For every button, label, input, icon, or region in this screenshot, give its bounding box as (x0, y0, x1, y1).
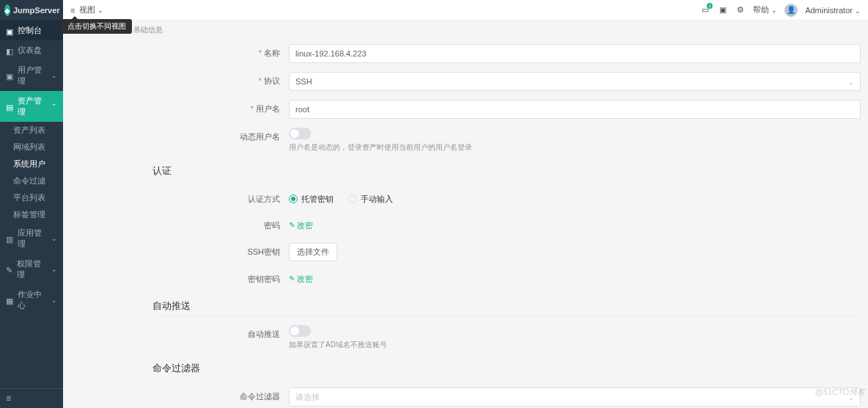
logo-icon: ◆ (4, 4, 10, 16)
nav-perm-management[interactable]: ✎ 权限管理 ⌄ (0, 254, 63, 285)
nav-console-header: ▣ 控制台 (0, 21, 63, 40)
nav-sub-domain-list[interactable]: 网域列表 (0, 139, 63, 156)
ssh-key-label: SSH密钥 (247, 247, 280, 256)
radio-dot-icon (348, 194, 357, 203)
view-tooltip: 点击切换不同视图 (62, 19, 132, 34)
assets-icon: ▤ (6, 103, 13, 110)
nav-sub-platform-list[interactable]: 平台列表 (0, 189, 63, 206)
radio-label: 手动输入 (361, 194, 393, 205)
notif-badge: 1 (707, 3, 713, 9)
nav-app-management[interactable]: ▥ 应用管理 ⌄ (0, 223, 63, 254)
nav-asset-management[interactable]: ▤ 资产管理 ⌃ (0, 91, 63, 122)
auth-method-label: 认证方式 (248, 194, 280, 203)
logo: ◆ JumpServer (0, 0, 63, 21)
radio-label: 托管密钥 (301, 194, 334, 205)
auto-push-help: 如果设置了AD域名不推送账号 (289, 340, 861, 350)
chevron-down-icon: ⌄ (51, 72, 57, 79)
password-label: 密码 (264, 221, 280, 230)
name-label: 名称 (264, 48, 280, 57)
chevron-up-icon: ⌃ (51, 103, 57, 110)
radio-dot-icon (289, 194, 298, 203)
nav-item-label: 权限管理 (17, 258, 47, 280)
key-password-update-link[interactable]: ✎ 改密 (289, 270, 313, 288)
username-label: 用户名 (256, 104, 280, 113)
section-basic-info: 基础信息 (63, 21, 868, 38)
nav-item-label: 应用管理 (18, 227, 47, 249)
section-filter: 命令过滤器 (152, 354, 861, 379)
nav-dashboard[interactable]: ◧ 仪表盘 (0, 40, 63, 60)
user-menu[interactable]: Administrator ⌄ (805, 6, 861, 15)
chevron-down-icon: ⌄ (51, 235, 57, 242)
nav-user-management[interactable]: ▣ 用户管理 ⌄ (0, 60, 63, 91)
nav-job-center[interactable]: ▦ 作业中心 ⌄ (0, 285, 63, 316)
terminal-icon[interactable]: ▣ (718, 5, 728, 15)
gear-icon[interactable]: ⚙ (735, 5, 746, 15)
dynamic-username-label: 动态用户名 (240, 132, 280, 141)
password-update-link[interactable]: ✎ 改密 (289, 216, 313, 234)
sidebar-collapse[interactable]: ≡ (0, 388, 63, 408)
console-icon: ▣ (6, 27, 13, 34)
dynamic-username-switch[interactable] (289, 128, 311, 139)
chevron-down-icon: ⌄ (848, 78, 854, 86)
menu-icon[interactable]: ≡ (70, 6, 75, 15)
form: *名称 *协议 SSH ⌄ *用户名 (63, 38, 868, 408)
avatar[interactable]: 👤 (784, 4, 798, 17)
nav-sub-cmd-filter[interactable]: 命令过滤 (0, 172, 63, 189)
pencil-icon: ✎ (289, 216, 295, 234)
chevron-down-icon: ⌄ (51, 296, 57, 304)
jobs-icon: ▦ (6, 296, 13, 304)
protocol-value: SSH (295, 77, 312, 86)
pencil-icon: ✎ (289, 270, 295, 288)
chevron-down-icon: ⌄ (771, 7, 777, 14)
help-menu[interactable]: 帮助 ⌄ (753, 4, 777, 15)
dynamic-username-help: 用户名是动态的，登录资产时使用当前用户的用户名登录 (289, 142, 861, 153)
nav-item-label: 资产管理 (18, 95, 47, 117)
nav-sub-label-mgmt[interactable]: 标签管理 (0, 206, 63, 223)
auto-push-switch[interactable] (289, 325, 311, 337)
key-password-label: 密钥密码 (248, 274, 280, 283)
dashboard-icon: ◧ (6, 47, 13, 54)
nav-item-label: 仪表盘 (18, 45, 42, 56)
users-icon: ▣ (6, 72, 13, 79)
name-input[interactable] (289, 44, 861, 63)
protocol-select[interactable]: SSH ⌄ (289, 72, 861, 91)
nav-sub-system-user[interactable]: 系统用户 (0, 156, 63, 172)
perms-icon: ✎ (6, 266, 12, 273)
chevron-down-icon: ⌄ (51, 266, 57, 273)
cmd-filter-placeholder: 请选择 (295, 392, 320, 403)
main: ≡ 视图 ⌄ ▭ 1 ▣ ⚙ 帮助 ⌄ 👤 Administrator ⌄ (63, 0, 868, 408)
ssh-key-choose-file-button[interactable]: 选择文件 (289, 243, 337, 261)
cmd-filter-label: 命令过滤器 (240, 392, 280, 401)
nav: ▣ 控制台 ◧ 仪表盘 ▣ 用户管理 ⌄ ▤ 资产管理 ⌃ 资产列表 网域列表 … (0, 21, 63, 388)
apps-icon: ▥ (6, 235, 13, 242)
logo-text: JumpServer (13, 6, 60, 15)
username-input[interactable] (289, 100, 861, 119)
collapse-icon: ≡ (6, 393, 11, 404)
chevron-down-icon: ⌄ (98, 7, 103, 14)
chevron-down-icon: ⌄ (855, 7, 861, 15)
auth-method-manual-radio[interactable]: 手动输入 (348, 194, 393, 205)
section-push: 自动推送 (152, 292, 861, 316)
cmd-filter-select[interactable]: 请选择 ⌄ (289, 387, 861, 407)
nav-item-label: 作业中心 (18, 289, 47, 311)
chevron-down-icon: ⌄ (848, 393, 854, 401)
auto-push-label: 自动推送 (248, 329, 280, 338)
protocol-label: 协议 (264, 76, 280, 85)
sidebar: ◆ JumpServer ▣ 控制台 ◧ 仪表盘 ▣ 用户管理 ⌄ ▤ 资产管理… (0, 0, 63, 408)
section-auth: 认证 (152, 157, 861, 181)
nav-sub-asset-list[interactable]: 资产列表 (0, 122, 63, 139)
nav-item-label: 用户管理 (18, 65, 47, 87)
content: 基础信息 *名称 *协议 SSH ⌄ *用户名 (63, 21, 868, 408)
topbar: ≡ 视图 ⌄ ▭ 1 ▣ ⚙ 帮助 ⌄ 👤 Administrator ⌄ (63, 0, 868, 21)
auth-method-password-radio[interactable]: 托管密钥 (289, 194, 334, 205)
console-label: 控制台 (18, 25, 42, 36)
notifications-icon[interactable]: ▭ 1 (700, 5, 710, 15)
view-switcher[interactable]: 视图 ⌄ (79, 4, 103, 15)
